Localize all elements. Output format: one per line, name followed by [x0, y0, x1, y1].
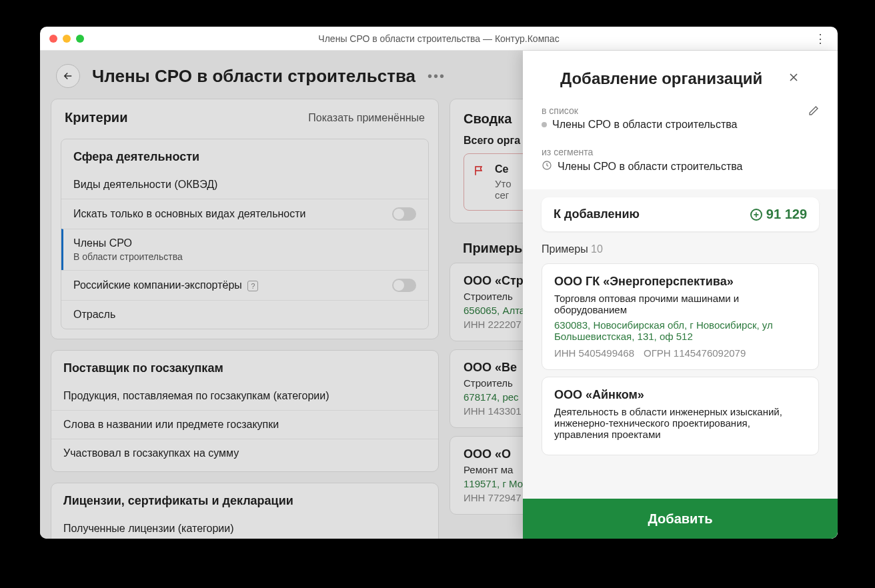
clock-icon [542, 160, 552, 173]
minimize-window-button[interactable] [63, 35, 71, 43]
close-window-button[interactable] [49, 35, 57, 43]
panel-example-name: ООО «Айнком» [554, 388, 806, 402]
panel-example-desc: Деятельность в области инженерных изыска… [554, 406, 806, 440]
pencil-icon [808, 105, 819, 116]
add-organizations-panel: Добавление организаций в список Член [523, 51, 838, 539]
segment-name: Члены СРО в области строительства [558, 161, 742, 173]
panel-example-name: ООО ГК «Энергоперспектива» [554, 275, 806, 289]
panel-body: К добавлению + 91 129 Примеры 10 ООО ГК … [523, 189, 838, 499]
panel-example-card[interactable]: ООО «Айнком» Деятельность в области инже… [542, 377, 819, 455]
to-list-block: в список Члены СРО в области строительст… [542, 101, 819, 143]
titlebar: Члены СРО в области строительства — Конт… [40, 27, 838, 51]
list-dot-icon [542, 122, 547, 127]
panel-title: Добавление организаций [560, 69, 762, 88]
content-area: Члены СРО в области строительства ••• Кр… [40, 51, 838, 539]
to-list-label: в список [542, 105, 578, 116]
edit-list-button[interactable] [808, 105, 819, 119]
add-button[interactable]: Добавить [523, 499, 838, 539]
from-segment-label: из сегмента [542, 147, 819, 157]
to-add-label: К добавлению [554, 207, 640, 221]
close-panel-button[interactable] [787, 71, 800, 87]
to-add-count: + 91 129 [750, 207, 807, 222]
from-segment-block: из сегмента Члены СРО в области строител… [542, 143, 819, 185]
maximize-window-button[interactable] [76, 35, 84, 43]
panel-example-inn: ИНН 5405499468 [554, 347, 634, 359]
close-icon [787, 71, 800, 84]
panel-examples-label: Примеры 10 [542, 243, 819, 255]
app-window: Члены СРО в области строительства — Конт… [40, 27, 838, 539]
panel-example-ogrn: ОГРН 1145476092079 [644, 347, 746, 359]
panel-example-card[interactable]: ООО ГК «Энергоперспектива» Торговля опто… [542, 263, 819, 370]
panel-example-desc: Торговля оптовая прочими машинами и обор… [554, 293, 806, 315]
window-controls [49, 35, 84, 43]
window-menu-button[interactable]: ⋮ [812, 31, 828, 47]
window-title: Члены СРО в области строительства — Конт… [40, 33, 838, 44]
panel-example-address: 630083, Новосибирская обл, г Новосибирск… [554, 319, 806, 342]
to-add-card: К добавлению + 91 129 [542, 197, 819, 231]
plus-circle-icon: + [750, 209, 762, 221]
list-name: Члены СРО в области строительства [552, 119, 737, 131]
